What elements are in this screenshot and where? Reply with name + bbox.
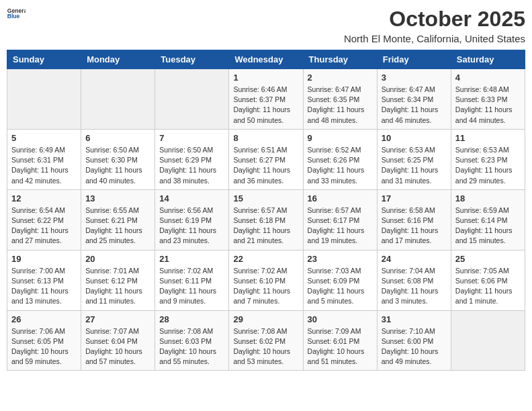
calendar-cell: 12Sunrise: 6:54 AM Sunset: 6:22 PM Dayli…: [7, 189, 81, 250]
calendar-cell: 28Sunrise: 7:08 AM Sunset: 6:03 PM Dayli…: [155, 310, 229, 371]
day-info: Sunrise: 6:58 AM Sunset: 6:16 PM Dayligh…: [382, 205, 447, 246]
calendar-cell: 31Sunrise: 7:10 AM Sunset: 6:00 PM Dayli…: [377, 310, 451, 371]
day-number: 24: [382, 254, 447, 264]
calendar-cell: 3Sunrise: 6:47 AM Sunset: 6:34 PM Daylig…: [377, 69, 451, 130]
location-title: North El Monte, California, United State…: [344, 33, 525, 44]
day-number: 16: [308, 193, 373, 203]
day-number: 11: [455, 133, 521, 143]
day-info: Sunrise: 6:53 AM Sunset: 6:25 PM Dayligh…: [382, 145, 447, 186]
day-number: 8: [233, 133, 298, 143]
calendar-cell: 7Sunrise: 6:50 AM Sunset: 6:29 PM Daylig…: [155, 129, 229, 189]
day-info: Sunrise: 6:46 AM Sunset: 6:37 PM Dayligh…: [233, 85, 298, 126]
day-number: 3: [382, 73, 447, 83]
calendar-cell: 18Sunrise: 6:59 AM Sunset: 6:14 PM Dayli…: [451, 189, 525, 250]
day-number: 2: [308, 73, 373, 83]
day-info: Sunrise: 6:54 AM Sunset: 6:22 PM Dayligh…: [11, 205, 77, 246]
weekday-header-row: SundayMondayTuesdayWednesdayThursdayFrid…: [7, 50, 525, 69]
weekday-header-monday: Monday: [81, 50, 155, 69]
day-info: Sunrise: 7:08 AM Sunset: 6:03 PM Dayligh…: [159, 326, 224, 367]
day-number: 27: [85, 314, 150, 324]
calendar-cell: 29Sunrise: 7:08 AM Sunset: 6:02 PM Dayli…: [229, 310, 303, 371]
day-number: 30: [308, 314, 373, 324]
day-info: Sunrise: 7:02 AM Sunset: 6:11 PM Dayligh…: [159, 266, 224, 307]
day-number: 23: [308, 254, 373, 264]
calendar-cell: 6Sunrise: 6:50 AM Sunset: 6:30 PM Daylig…: [81, 129, 155, 189]
weekday-header-wednesday: Wednesday: [229, 50, 303, 69]
day-number: 18: [455, 193, 521, 203]
day-number: 4: [455, 73, 521, 83]
calendar-cell: 2Sunrise: 6:47 AM Sunset: 6:35 PM Daylig…: [303, 69, 377, 130]
day-info: Sunrise: 7:10 AM Sunset: 6:00 PM Dayligh…: [382, 326, 447, 367]
calendar-cell: [155, 69, 229, 130]
calendar-cell: 1Sunrise: 6:46 AM Sunset: 6:37 PM Daylig…: [229, 69, 303, 130]
calendar-cell: 4Sunrise: 6:48 AM Sunset: 6:33 PM Daylig…: [451, 69, 525, 130]
week-row-4: 26Sunrise: 7:06 AM Sunset: 6:05 PM Dayli…: [7, 310, 525, 371]
day-info: Sunrise: 6:49 AM Sunset: 6:31 PM Dayligh…: [11, 145, 77, 186]
calendar-cell: [451, 310, 525, 371]
day-number: 10: [382, 133, 447, 143]
header: General Blue October 2025 North El Monte…: [7, 7, 525, 44]
calendar-cell: 27Sunrise: 7:07 AM Sunset: 6:04 PM Dayli…: [81, 310, 155, 371]
weekday-header-saturday: Saturday: [451, 50, 525, 69]
calendar-cell: 20Sunrise: 7:01 AM Sunset: 6:12 PM Dayli…: [81, 250, 155, 310]
calendar-cell: 14Sunrise: 6:56 AM Sunset: 6:19 PM Dayli…: [155, 189, 229, 250]
calendar-table: SundayMondayTuesdayWednesdayThursdayFrid…: [7, 50, 525, 371]
day-info: Sunrise: 7:03 AM Sunset: 6:09 PM Dayligh…: [308, 266, 373, 307]
calendar-cell: 13Sunrise: 6:55 AM Sunset: 6:21 PM Dayli…: [81, 189, 155, 250]
day-info: Sunrise: 7:04 AM Sunset: 6:08 PM Dayligh…: [382, 266, 447, 307]
month-title: October 2025: [344, 7, 525, 32]
day-number: 13: [85, 193, 150, 203]
calendar-cell: 9Sunrise: 6:52 AM Sunset: 6:26 PM Daylig…: [303, 129, 377, 189]
day-info: Sunrise: 7:06 AM Sunset: 6:05 PM Dayligh…: [11, 326, 77, 367]
week-row-2: 12Sunrise: 6:54 AM Sunset: 6:22 PM Dayli…: [7, 189, 525, 250]
calendar-cell: 21Sunrise: 7:02 AM Sunset: 6:11 PM Dayli…: [155, 250, 229, 310]
title-area: October 2025 North El Monte, California,…: [344, 7, 525, 44]
calendar-cell: 10Sunrise: 6:53 AM Sunset: 6:25 PM Dayli…: [377, 129, 451, 189]
day-info: Sunrise: 6:57 AM Sunset: 6:17 PM Dayligh…: [308, 205, 373, 246]
day-number: 28: [159, 314, 224, 324]
day-number: 26: [11, 314, 77, 324]
calendar-cell: 23Sunrise: 7:03 AM Sunset: 6:09 PM Dayli…: [303, 250, 377, 310]
day-info: Sunrise: 6:50 AM Sunset: 6:30 PM Dayligh…: [85, 145, 150, 186]
day-number: 6: [85, 133, 150, 143]
day-info: Sunrise: 6:47 AM Sunset: 6:34 PM Dayligh…: [382, 85, 447, 126]
day-info: Sunrise: 6:52 AM Sunset: 6:26 PM Dayligh…: [308, 145, 373, 186]
day-number: 1: [233, 73, 298, 83]
calendar-cell: [81, 69, 155, 130]
day-info: Sunrise: 6:59 AM Sunset: 6:14 PM Dayligh…: [455, 205, 521, 246]
calendar-cell: 30Sunrise: 7:09 AM Sunset: 6:01 PM Dayli…: [303, 310, 377, 371]
day-number: 7: [159, 133, 224, 143]
day-number: 21: [159, 254, 224, 264]
weekday-header-thursday: Thursday: [303, 50, 377, 69]
day-info: Sunrise: 6:48 AM Sunset: 6:33 PM Dayligh…: [455, 85, 521, 126]
day-info: Sunrise: 6:53 AM Sunset: 6:23 PM Dayligh…: [455, 145, 521, 186]
calendar-cell: 19Sunrise: 7:00 AM Sunset: 6:13 PM Dayli…: [7, 250, 81, 310]
day-number: 9: [308, 133, 373, 143]
weekday-header-tuesday: Tuesday: [155, 50, 229, 69]
week-row-1: 5Sunrise: 6:49 AM Sunset: 6:31 PM Daylig…: [7, 129, 525, 189]
calendar-cell: 11Sunrise: 6:53 AM Sunset: 6:23 PM Dayli…: [451, 129, 525, 189]
day-info: Sunrise: 6:55 AM Sunset: 6:21 PM Dayligh…: [85, 205, 150, 246]
calendar-cell: 17Sunrise: 6:58 AM Sunset: 6:16 PM Dayli…: [377, 189, 451, 250]
calendar-cell: 26Sunrise: 7:06 AM Sunset: 6:05 PM Dayli…: [7, 310, 81, 371]
day-info: Sunrise: 6:57 AM Sunset: 6:18 PM Dayligh…: [233, 205, 298, 246]
logo: General Blue: [7, 7, 26, 20]
calendar-cell: 15Sunrise: 6:57 AM Sunset: 6:18 PM Dayli…: [229, 189, 303, 250]
weekday-header-sunday: Sunday: [7, 50, 81, 69]
logo-icon: General Blue: [7, 7, 26, 20]
day-info: Sunrise: 7:02 AM Sunset: 6:10 PM Dayligh…: [233, 266, 298, 307]
week-row-0: 1Sunrise: 6:46 AM Sunset: 6:37 PM Daylig…: [7, 69, 525, 130]
day-info: Sunrise: 6:50 AM Sunset: 6:29 PM Dayligh…: [159, 145, 224, 186]
week-row-3: 19Sunrise: 7:00 AM Sunset: 6:13 PM Dayli…: [7, 250, 525, 310]
day-info: Sunrise: 6:56 AM Sunset: 6:19 PM Dayligh…: [159, 205, 224, 246]
day-info: Sunrise: 7:00 AM Sunset: 6:13 PM Dayligh…: [11, 266, 77, 307]
day-info: Sunrise: 7:09 AM Sunset: 6:01 PM Dayligh…: [308, 326, 373, 367]
calendar-cell: 24Sunrise: 7:04 AM Sunset: 6:08 PM Dayli…: [377, 250, 451, 310]
calendar-cell: [7, 69, 81, 130]
weekday-header-friday: Friday: [377, 50, 451, 69]
calendar-cell: 5Sunrise: 6:49 AM Sunset: 6:31 PM Daylig…: [7, 129, 81, 189]
day-info: Sunrise: 6:47 AM Sunset: 6:35 PM Dayligh…: [308, 85, 373, 126]
day-number: 14: [159, 193, 224, 203]
calendar-cell: 22Sunrise: 7:02 AM Sunset: 6:10 PM Dayli…: [229, 250, 303, 310]
calendar-cell: 25Sunrise: 7:05 AM Sunset: 6:06 PM Dayli…: [451, 250, 525, 310]
